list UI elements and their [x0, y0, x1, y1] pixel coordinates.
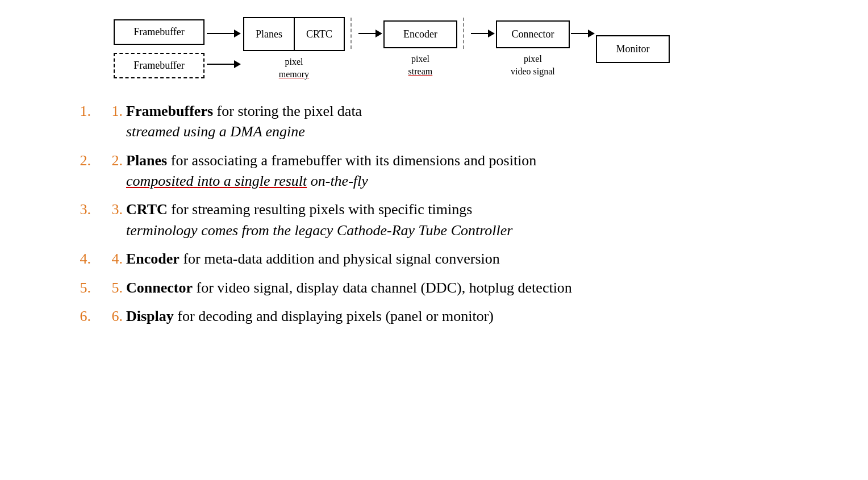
- framebuffer-solid-box: Framebuffer: [114, 19, 205, 45]
- item2-content: Planes for associating a framebuffer wit…: [126, 151, 536, 192]
- planes-crtc-box: Planes CRTC: [243, 17, 345, 51]
- monitor-group: Monitor: [596, 35, 670, 63]
- framebuffer-solid-label: Framebuffer: [133, 26, 185, 37]
- item1-italic: streamed using a DMA engine: [126, 123, 305, 140]
- item2-italic-rest: on-the-fly: [307, 173, 368, 189]
- arrow-fb2: [207, 60, 241, 68]
- framebuffer-dashed-label: Framebuffer: [133, 60, 185, 71]
- item3-main: CRTC for streaming resulting pixels with…: [126, 199, 512, 220]
- encoder-label: Encoder: [403, 28, 437, 40]
- list-item-connector: 5. Connector for video signal, display d…: [62, 278, 834, 298]
- diagram-section: Framebuffer Framebuffer Planes: [34, 17, 834, 81]
- list-item-crtc: 3. CRTC for streaming resulting pixels w…: [62, 199, 834, 241]
- arrow-to-connector: [471, 30, 495, 37]
- item3-sub: terminology comes from the legacy Cathod…: [126, 220, 512, 241]
- pixel-memory-label: pixel memory: [279, 56, 309, 81]
- list-number-5: 5.: [94, 278, 123, 298]
- crtc-cell: CRTC: [295, 18, 344, 50]
- item6-main: Display for decoding and displaying pixe…: [126, 306, 494, 327]
- item2-italic-underlined: composited into a single result: [126, 173, 307, 189]
- item3-bold: CRTC: [126, 201, 168, 218]
- item4-regular: for meta-data addition and physical sign…: [180, 251, 500, 267]
- dashed-separator-1: [350, 18, 352, 49]
- item1-main: Framebuffers for storing the pixel data: [126, 101, 362, 122]
- arrow-head: [588, 30, 595, 37]
- framebuffer-column: Framebuffer Framebuffer: [114, 19, 205, 78]
- item1-sub: streamed using a DMA engine: [126, 122, 362, 142]
- item5-main: Connector for video signal, display data…: [126, 278, 572, 298]
- item2-sub: composited into a single result on-the-f…: [126, 171, 536, 191]
- item4-content: Encoder for meta-data addition and physi…: [126, 249, 500, 269]
- item5-bold: Connector: [126, 279, 193, 296]
- item4-bold: Encoder: [126, 251, 180, 267]
- arrow-line: [207, 64, 234, 65]
- planes-cell: Planes: [244, 18, 295, 50]
- item6-content: Display for decoding and displaying pixe…: [126, 306, 494, 327]
- monitor-label: Monitor: [616, 43, 649, 55]
- list-number-1: 1.: [94, 101, 123, 122]
- list-number-6: 6.: [94, 306, 123, 327]
- list-number-3: 3.: [94, 199, 123, 220]
- pixel-video-label: pixel video signal: [511, 53, 555, 78]
- connector-group: Connector pixel video signal: [496, 20, 570, 78]
- list-number-4: 4.: [94, 249, 123, 269]
- arrow-line: [358, 33, 375, 34]
- list-item-display: 6. Display for decoding and displaying p…: [62, 306, 834, 327]
- arrow-to-encoder: [358, 30, 382, 37]
- list-section: 1. Framebuffers for storing the pixel da…: [34, 101, 834, 327]
- item3-italic: terminology comes from the legacy Cathod…: [126, 222, 512, 239]
- arrow-fb1: [207, 30, 241, 37]
- monitor-box: Monitor: [596, 35, 670, 63]
- encoder-group: Encoder pixel stream: [383, 20, 457, 78]
- item2-main: Planes for associating a framebuffer wit…: [126, 151, 536, 171]
- concept-list: 1. Framebuffers for storing the pixel da…: [62, 101, 834, 327]
- item2-bold: Planes: [126, 152, 167, 169]
- item5-content: Connector for video signal, display data…: [126, 278, 572, 298]
- item1-regular: for storing the pixel data: [213, 103, 362, 119]
- diagram-main-row: Framebuffer Framebuffer Planes: [114, 17, 670, 81]
- arrow-line: [571, 33, 588, 34]
- arrow-head: [375, 30, 382, 37]
- item6-bold: Display: [126, 308, 174, 324]
- fb-to-planes-arrows: [207, 30, 241, 68]
- arrow-head: [234, 60, 241, 68]
- crtc-label: CRTC: [306, 28, 332, 40]
- item5-regular: for video signal, display data channel (…: [193, 279, 572, 296]
- list-item-framebuffers: 1. Framebuffers for storing the pixel da…: [62, 101, 834, 143]
- item3-content: CRTC for streaming resulting pixels with…: [126, 199, 512, 241]
- planes-label: Planes: [256, 28, 282, 40]
- pixel-stream-label: pixel stream: [408, 53, 433, 78]
- dashed-separator-2: [463, 18, 464, 49]
- item2-regular: for associating a framebuffer with its d…: [167, 152, 536, 169]
- arrow-to-monitor: [571, 30, 595, 37]
- item1-bold: Framebuffers: [126, 103, 213, 119]
- list-number-2: 2.: [94, 151, 123, 171]
- arrow-line: [207, 33, 234, 34]
- item4-main: Encoder for meta-data addition and physi…: [126, 249, 500, 269]
- list-item-planes: 2. Planes for associating a framebuffer …: [62, 151, 834, 192]
- item3-regular: for streaming resulting pixels with spec…: [168, 201, 473, 218]
- list-item-encoder: 4. Encoder for meta-data addition and ph…: [62, 249, 834, 269]
- planes-crtc-group: Planes CRTC pixel memory: [243, 17, 345, 81]
- framebuffer-dashed-box: Framebuffer: [114, 53, 205, 78]
- arrow-head: [234, 30, 241, 37]
- item6-regular: for decoding and displaying pixels (pane…: [174, 308, 494, 324]
- item1-content: Framebuffers for storing the pixel data …: [126, 101, 362, 143]
- encoder-box: Encoder: [383, 20, 457, 48]
- arrow-head: [488, 30, 495, 37]
- connector-label: Connector: [511, 28, 554, 40]
- connector-box: Connector: [496, 20, 570, 48]
- arrow-line: [471, 33, 488, 34]
